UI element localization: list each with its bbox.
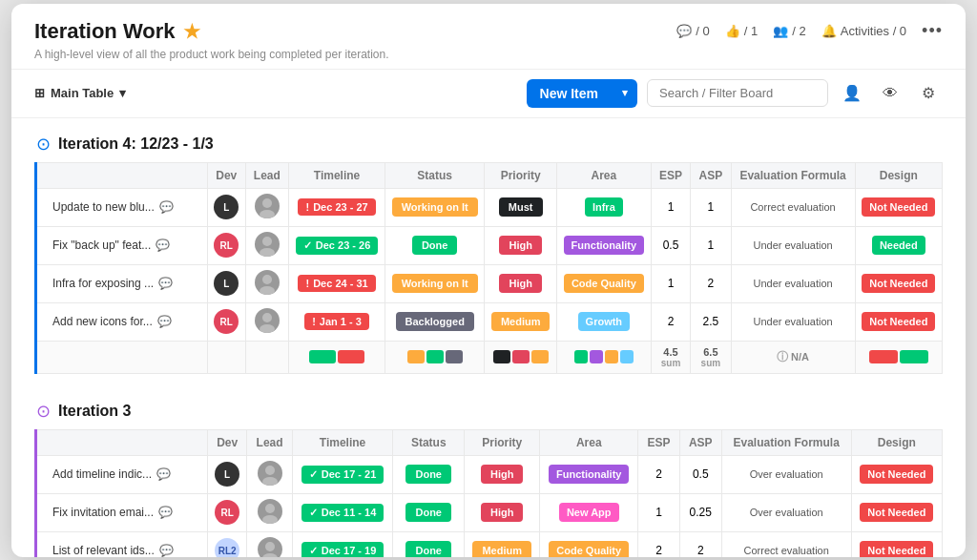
page-title: Iteration Work ★ bbox=[34, 19, 200, 44]
status-badge: Done bbox=[412, 236, 458, 255]
task-name-text: Fix "back up" feat... bbox=[52, 239, 151, 252]
svg-point-12 bbox=[265, 542, 275, 551]
priority-cell-1: High bbox=[465, 493, 540, 531]
dev-cell-1: RL bbox=[208, 493, 247, 531]
iteration-table-1: DevLeadTimelineStatusPriorityAreaESPASPE… bbox=[34, 429, 943, 557]
area-cell-3: Growth bbox=[556, 302, 651, 341]
sum-priority-cell bbox=[485, 341, 557, 373]
col-header-evaluation-formula: Evaluation Formula bbox=[731, 162, 855, 188]
eval-formula-cell-2: Under evaluation bbox=[731, 264, 855, 302]
svg-point-10 bbox=[265, 504, 275, 513]
task-name-text: Fix invitation emai... bbox=[52, 506, 154, 519]
status-badge: Done bbox=[405, 503, 451, 522]
priority-strip bbox=[512, 350, 530, 363]
chat-action[interactable]: 💬 / 0 bbox=[676, 24, 709, 38]
svg-point-3 bbox=[260, 248, 275, 257]
priority-cell-3: Medium bbox=[485, 302, 557, 341]
new-item-label: New Item bbox=[527, 79, 612, 108]
col-header-status: Status bbox=[393, 429, 465, 455]
status-cell-2: Done bbox=[393, 531, 465, 557]
status-cell-0: Done bbox=[393, 455, 465, 493]
dev-avatar: RL bbox=[215, 500, 239, 525]
timeline-cell-1: ✓ Dec 23 - 26 bbox=[289, 226, 385, 264]
table-row: List of relevant ids...💬RL2✓ Dec 17 - 19… bbox=[36, 531, 943, 557]
comment-icon[interactable]: 💬 bbox=[159, 200, 174, 214]
timeline-cell-2: ! Dec 24 - 31 bbox=[289, 264, 385, 302]
iteration-toggle-0[interactable]: ⊙ bbox=[36, 134, 51, 155]
eval-formula-cell-0: Over evaluation bbox=[721, 455, 851, 493]
asp-cell-1: 1 bbox=[691, 226, 731, 264]
esp-cell-1: 0.5 bbox=[651, 226, 691, 264]
status-badge: Working on It bbox=[392, 274, 478, 293]
table-row: Add new icons for...💬RL! Jan 1 - 3Backlo… bbox=[36, 302, 943, 341]
col-header-status: Status bbox=[385, 162, 484, 188]
search-input[interactable] bbox=[647, 79, 828, 107]
lead-avatar bbox=[255, 270, 280, 295]
status-cell-1: Done bbox=[385, 226, 484, 264]
more-options-button[interactable]: ••• bbox=[922, 21, 943, 41]
design-badge: Not Needed bbox=[860, 465, 933, 484]
table-row: Infra for exposing ...💬L! Dec 24 - 31Wor… bbox=[36, 264, 943, 302]
area-strip bbox=[590, 350, 603, 363]
header: Iteration Work ★ 💬 / 0 👍 / 1 👥 / 2 🔔 bbox=[11, 4, 966, 70]
thumbs-count: / 1 bbox=[744, 24, 758, 38]
thumbs-action[interactable]: 👍 / 1 bbox=[725, 24, 758, 38]
priority-cell-0: Must bbox=[485, 188, 557, 226]
task-name-cell-1: Fix invitation emai...💬 bbox=[36, 493, 208, 531]
comment-icon[interactable]: 💬 bbox=[156, 239, 170, 252]
eval-formula-cell-3: Under evaluation bbox=[731, 302, 855, 341]
user-icon[interactable]: 👤 bbox=[838, 79, 866, 108]
view-selector[interactable]: ⊞ Main Table ▾ bbox=[34, 86, 126, 100]
timeline-badge: ✓ Dec 17 - 21 bbox=[301, 466, 384, 484]
dev-avatar: L bbox=[215, 462, 239, 487]
app-window: Iteration Work ★ 💬 / 0 👍 / 1 👥 / 2 🔔 bbox=[11, 4, 966, 557]
design-cell-0: Not Needed bbox=[851, 455, 942, 493]
comment-icon[interactable]: 💬 bbox=[156, 467, 171, 481]
eval-formula-text: Over evaluation bbox=[750, 507, 823, 518]
sum-eval-cell: ⓘN/A bbox=[731, 341, 855, 373]
svg-point-9 bbox=[262, 477, 278, 486]
new-item-caret-icon[interactable]: ▾ bbox=[613, 80, 637, 106]
col-header-area: Area bbox=[556, 162, 651, 188]
design-badge: Not Needed bbox=[862, 197, 935, 217]
svg-point-0 bbox=[262, 198, 272, 208]
iteration-toggle-1[interactable]: ⊙ bbox=[36, 401, 51, 422]
comment-icon[interactable]: 💬 bbox=[158, 506, 173, 519]
area-badge: Functionality bbox=[564, 236, 644, 255]
sum-timeline-cell bbox=[289, 341, 385, 373]
area-strip-container bbox=[563, 350, 645, 363]
lead-avatar bbox=[255, 194, 280, 218]
new-item-button[interactable]: New Item ▾ bbox=[527, 79, 637, 108]
activity-action[interactable]: 🔔 Activities / 0 bbox=[821, 24, 906, 38]
dev-cell-0: L bbox=[208, 188, 246, 226]
asp-cell-0: 1 bbox=[691, 188, 731, 226]
asp-sum-label: sum bbox=[696, 358, 724, 368]
sum-name-cell bbox=[36, 341, 208, 373]
area-cell-2: Code Quality bbox=[556, 264, 651, 302]
people-action[interactable]: 👥 / 2 bbox=[773, 24, 805, 38]
status-badge: Done bbox=[405, 541, 451, 557]
star-icon[interactable]: ★ bbox=[183, 20, 200, 43]
comment-icon[interactable]: 💬 bbox=[157, 315, 172, 328]
esp-cell-0: 1 bbox=[651, 188, 691, 226]
col-header-timeline: Timeline bbox=[292, 429, 392, 455]
comment-icon[interactable]: 💬 bbox=[159, 544, 174, 557]
esp-sum-value: 4.5 bbox=[663, 346, 677, 358]
task-name-text: Add timeline indic... bbox=[52, 467, 152, 481]
iteration-title-1: Iteration 3 bbox=[58, 403, 131, 420]
design-cell-1: Needed bbox=[855, 226, 942, 264]
col-header-priority: Priority bbox=[485, 162, 557, 188]
col-header-asp: ASP bbox=[679, 429, 721, 455]
toolbar-right: New Item ▾ 👤 👁 ⚙ bbox=[527, 79, 943, 108]
timeline-cell-0: ✓ Dec 17 - 21 bbox=[292, 455, 392, 493]
sum-asp-cell: 6.5sum bbox=[691, 341, 731, 373]
eval-formula-text: Correct evaluation bbox=[750, 201, 835, 213]
design-badge: Not Needed bbox=[862, 312, 935, 331]
sum-row: 4.5sum6.5sumⓘN/A bbox=[36, 341, 943, 373]
status-cell-3: Backlogged bbox=[385, 302, 484, 341]
col-header-lead: Lead bbox=[245, 162, 289, 188]
eye-icon[interactable]: 👁 bbox=[876, 79, 904, 108]
comment-icon[interactable]: 💬 bbox=[158, 277, 173, 290]
status-cell-0: Working on It bbox=[385, 188, 484, 226]
filter-icon[interactable]: ⚙ bbox=[914, 79, 943, 108]
